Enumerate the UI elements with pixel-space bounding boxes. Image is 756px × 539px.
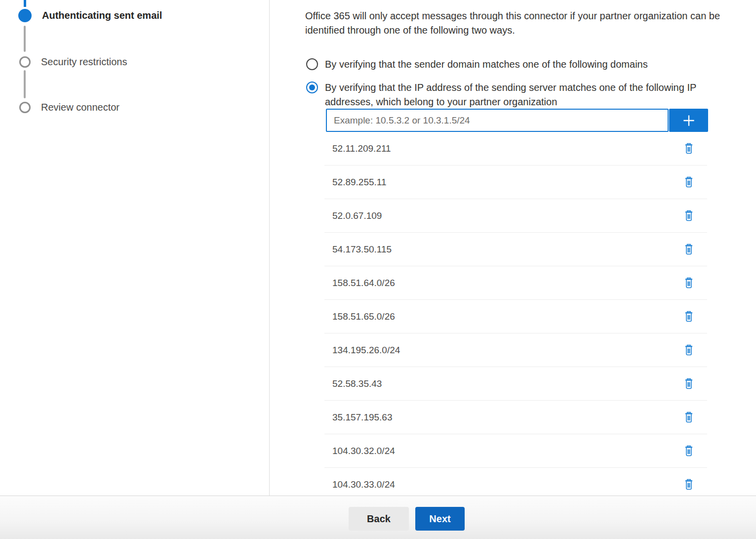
ip-address-value: 54.173.50.115 (324, 244, 392, 255)
upcoming-step-circle-icon (19, 56, 31, 68)
trash-icon (683, 209, 695, 222)
ip-input-row (326, 109, 708, 132)
ip-list-row: 158.51.64.0/26 (324, 266, 707, 300)
ip-address-input[interactable] (326, 109, 669, 132)
ip-address-list: 52.11.209.211 52.89.255.11 (324, 132, 707, 496)
trash-icon (683, 478, 695, 491)
trash-icon (683, 277, 695, 290)
delete-ip-button[interactable] (682, 243, 695, 256)
trash-icon (683, 411, 695, 424)
ip-list-row: 104.30.33.0/24 (324, 468, 707, 496)
radio-button-icon[interactable] (306, 82, 318, 93)
step-security-restrictions[interactable]: Security restrictions (18, 55, 127, 69)
delete-ip-button[interactable] (682, 478, 695, 492)
back-button[interactable]: Back (349, 507, 409, 531)
delete-ip-button[interactable] (682, 377, 695, 391)
ip-address-value: 52.58.35.43 (324, 378, 382, 389)
radio-option-label: By verifying that the IP address of the … (325, 81, 736, 109)
step-label: Security restrictions (41, 55, 127, 69)
ip-address-value: 158.51.64.0/26 (324, 278, 395, 289)
delete-ip-button[interactable] (682, 142, 695, 156)
ip-list-row: 35.157.195.63 (324, 401, 707, 434)
delete-ip-button[interactable] (682, 276, 695, 290)
ip-address-value: 104.30.32.0/24 (324, 446, 395, 456)
trash-icon (683, 243, 695, 256)
delete-ip-button[interactable] (682, 411, 695, 424)
trash-icon (683, 445, 695, 457)
ip-list-row: 54.173.50.115 (324, 233, 707, 266)
ip-address-value: 158.51.65.0/26 (324, 311, 395, 322)
radio-button-icon[interactable] (306, 58, 318, 70)
add-ip-button[interactable] (669, 109, 708, 132)
intro-text: Office 365 will only accept messages thr… (305, 9, 756, 38)
ip-address-value: 104.30.33.0/24 (324, 479, 395, 490)
ip-list-row: 52.89.255.11 (324, 166, 707, 199)
authentication-settings-panel: Office 365 will only accept messages thr… (270, 0, 756, 496)
delete-ip-button[interactable] (682, 343, 695, 357)
ip-address-value: 52.89.255.11 (324, 177, 387, 188)
delete-ip-button[interactable] (682, 175, 695, 189)
step-authenticating-sent-email[interactable]: Authenticating sent email (18, 9, 162, 22)
plus-icon (680, 112, 697, 129)
upcoming-step-circle-icon (19, 102, 31, 113)
trash-icon (683, 310, 695, 323)
radio-option-ip-address[interactable]: By verifying that the IP address of the … (306, 81, 736, 109)
ip-list-row: 52.0.67.109 (324, 199, 707, 233)
wizard-footer: Back Next (0, 496, 756, 539)
ip-list-row: 104.30.32.0/24 (324, 434, 707, 468)
ip-address-value: 35.157.195.63 (324, 412, 393, 423)
ip-address-value: 52.0.67.109 (324, 210, 382, 221)
completed-step-connector-line (24, 0, 26, 7)
ip-address-value: 52.11.209.211 (324, 143, 391, 154)
radio-option-sender-domain[interactable]: By verifying that the sender domain matc… (306, 57, 648, 72)
connector-wizard-page: Authenticating sent email Security restr… (0, 0, 756, 539)
trash-icon (683, 142, 695, 155)
delete-ip-button[interactable] (682, 444, 695, 458)
active-step-circle-icon (18, 9, 32, 22)
trash-icon (683, 176, 695, 189)
step-label: Authenticating sent email (42, 9, 162, 22)
ip-address-value: 134.195.26.0/24 (324, 345, 400, 356)
delete-ip-button[interactable] (682, 209, 695, 223)
step-connector-line (24, 70, 26, 98)
wizard-steps-sidebar: Authenticating sent email Security restr… (0, 0, 270, 496)
trash-icon (683, 377, 695, 390)
step-review-connector[interactable]: Review connector (18, 101, 119, 114)
next-button[interactable]: Next (415, 507, 465, 531)
delete-ip-button[interactable] (682, 310, 695, 324)
ip-list-row: 134.195.26.0/24 (324, 333, 707, 367)
step-label: Review connector (41, 101, 119, 114)
ip-list-row: 158.51.65.0/26 (324, 300, 707, 333)
ip-list-row: 52.58.35.43 (324, 367, 707, 401)
trash-icon (683, 344, 695, 357)
ip-list-row: 52.11.209.211 (324, 132, 707, 166)
radio-option-label: By verifying that the sender domain matc… (325, 57, 648, 72)
step-connector-line (24, 26, 26, 52)
